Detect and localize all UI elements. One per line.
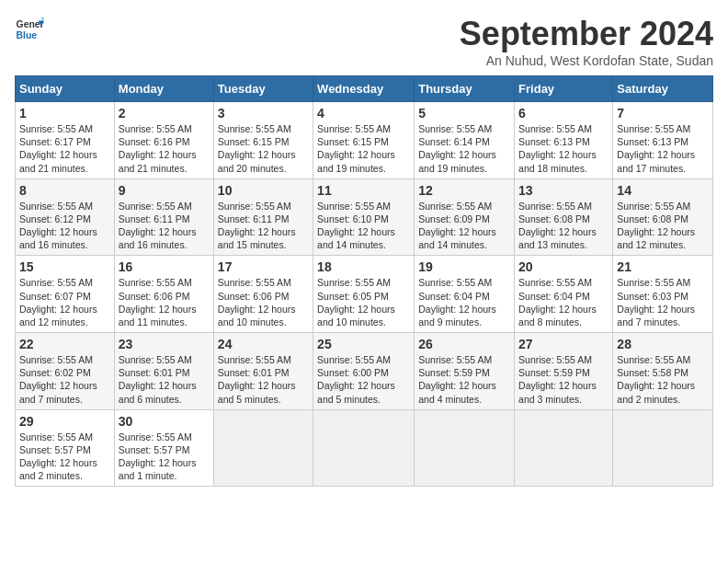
table-row [213,409,313,487]
table-row [313,409,415,487]
table-row: 27Sunrise: 5:55 AMSunset: 5:59 PMDayligh… [515,333,613,410]
page-header: General Blue September 2024 An Nuhud, We… [15,15,713,68]
table-row: 18Sunrise: 5:55 AMSunset: 6:05 PMDayligh… [313,256,415,333]
table-row: 19Sunrise: 5:55 AMSunset: 6:04 PMDayligh… [415,256,515,333]
table-row: 4Sunrise: 5:55 AMSunset: 6:15 PMDaylight… [313,102,415,179]
table-row: 15Sunrise: 5:55 AMSunset: 6:07 PMDayligh… [16,256,115,333]
col-saturday: Saturday [613,76,713,102]
table-row: 17Sunrise: 5:55 AMSunset: 6:06 PMDayligh… [213,256,313,333]
table-row: 30Sunrise: 5:55 AMSunset: 5:57 PMDayligh… [114,409,213,487]
table-row: 1Sunrise: 5:55 AMSunset: 6:17 PMDaylight… [16,102,115,179]
table-row: 8Sunrise: 5:55 AMSunset: 6:12 PMDaylight… [16,178,115,256]
col-thursday: Thursday [415,76,515,102]
table-row: 26Sunrise: 5:55 AMSunset: 5:59 PMDayligh… [415,333,515,410]
table-row: 6Sunrise: 5:55 AMSunset: 6:13 PMDaylight… [515,102,613,179]
table-row: 21Sunrise: 5:55 AMSunset: 6:03 PMDayligh… [613,256,713,333]
table-row: 14Sunrise: 5:55 AMSunset: 6:08 PMDayligh… [613,178,713,256]
col-tuesday: Tuesday [213,76,313,102]
table-row: 5Sunrise: 5:55 AMSunset: 6:14 PMDaylight… [415,102,515,179]
table-row: 2Sunrise: 5:55 AMSunset: 6:16 PMDaylight… [114,102,213,179]
table-row: 12Sunrise: 5:55 AMSunset: 6:09 PMDayligh… [415,178,515,256]
table-row: 29Sunrise: 5:55 AMSunset: 5:57 PMDayligh… [16,409,115,487]
svg-text:Blue: Blue [17,30,38,40]
table-row: 16Sunrise: 5:55 AMSunset: 6:06 PMDayligh… [114,256,213,333]
month-title: September 2024 [460,15,713,53]
calendar-week-2: 8Sunrise: 5:55 AMSunset: 6:12 PMDaylight… [16,178,713,256]
table-row: 7Sunrise: 5:55 AMSunset: 6:13 PMDaylight… [613,102,713,179]
col-monday: Monday [114,76,213,102]
table-row: 23Sunrise: 5:55 AMSunset: 6:01 PMDayligh… [114,333,213,410]
col-friday: Friday [515,76,613,102]
calendar-week-3: 15Sunrise: 5:55 AMSunset: 6:07 PMDayligh… [16,256,713,333]
table-row: 24Sunrise: 5:55 AMSunset: 6:01 PMDayligh… [213,333,313,410]
table-row [613,409,713,487]
table-row: 10Sunrise: 5:55 AMSunset: 6:11 PMDayligh… [213,178,313,256]
calendar-week-1: 1Sunrise: 5:55 AMSunset: 6:17 PMDaylight… [16,102,713,179]
calendar-header-row: Sunday Monday Tuesday Wednesday Thursday… [16,76,713,102]
table-row: 25Sunrise: 5:55 AMSunset: 6:00 PMDayligh… [313,333,415,410]
table-row: 20Sunrise: 5:55 AMSunset: 6:04 PMDayligh… [515,256,613,333]
calendar-week-4: 22Sunrise: 5:55 AMSunset: 6:02 PMDayligh… [16,333,713,410]
table-row [515,409,613,487]
table-row: 3Sunrise: 5:55 AMSunset: 6:15 PMDaylight… [213,102,313,179]
logo: General Blue [15,15,44,44]
table-row: 28Sunrise: 5:55 AMSunset: 5:58 PMDayligh… [613,333,713,410]
table-row [415,409,515,487]
col-wednesday: Wednesday [313,76,415,102]
calendar-week-5: 29Sunrise: 5:55 AMSunset: 5:57 PMDayligh… [16,409,713,487]
table-row: 13Sunrise: 5:55 AMSunset: 6:08 PMDayligh… [515,178,613,256]
location-subtitle: An Nuhud, West Kordofan State, Sudan [460,53,713,68]
table-row: 22Sunrise: 5:55 AMSunset: 6:02 PMDayligh… [16,333,115,410]
title-area: September 2024 An Nuhud, West Kordofan S… [460,15,713,68]
col-sunday: Sunday [16,76,115,102]
table-row: 9Sunrise: 5:55 AMSunset: 6:11 PMDaylight… [114,178,213,256]
logo-icon: General Blue [15,15,44,44]
table-row: 11Sunrise: 5:55 AMSunset: 6:10 PMDayligh… [313,178,415,256]
calendar-table: Sunday Monday Tuesday Wednesday Thursday… [15,75,713,487]
